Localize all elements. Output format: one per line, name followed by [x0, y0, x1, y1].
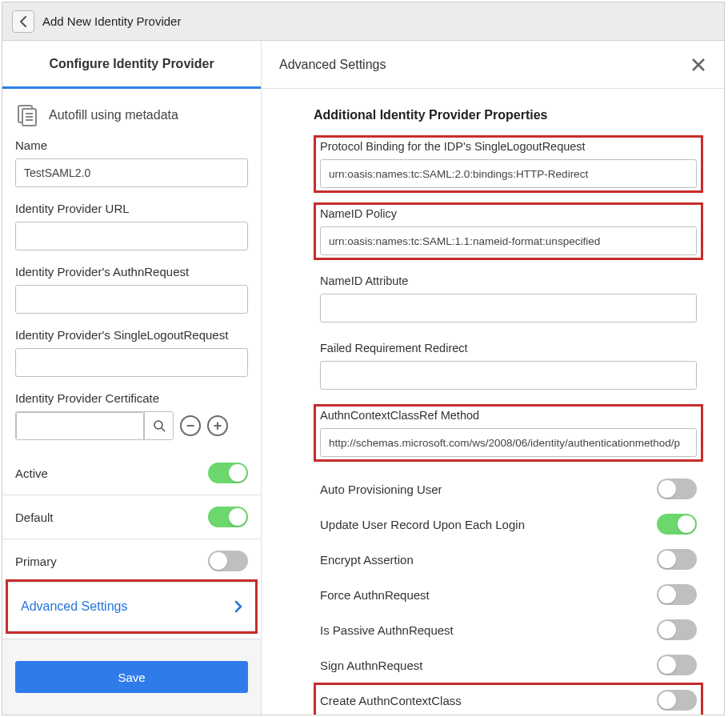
- label-failed-redirect: Failed Requirement Redirect: [320, 342, 697, 354]
- autofill-label: Autofill using metadata: [49, 108, 178, 122]
- svg-point-5: [154, 421, 162, 429]
- input-authn-request[interactable]: [15, 285, 248, 314]
- search-icon: [153, 419, 166, 432]
- switch-create-ctx-row: Create AuthnContextClass: [314, 683, 703, 715]
- switch-sign-authn-label: Sign AuthnRequest: [320, 659, 422, 672]
- switch-primary-label: Primary: [15, 555, 57, 568]
- divider: [2, 495, 261, 495]
- switch-sign-authn-row: Sign AuthnRequest: [314, 647, 703, 683]
- certificate-search-button[interactable]: [144, 412, 173, 439]
- right-panel-header: Advanced Settings: [262, 41, 724, 89]
- right-panel-body: Additional Identity Provider Properties …: [262, 89, 724, 715]
- left-panel: Configure Identity Provider Autofill usi…: [2, 41, 262, 715]
- switch-force-authn[interactable]: [657, 584, 697, 605]
- switch-force-authn-label: Force AuthnRequest: [320, 588, 430, 602]
- label-authn-ctx-method: AuthnContextClassRef Method: [320, 409, 697, 422]
- field-certificate: Identity Provider Certificate − +: [15, 391, 248, 440]
- label-authn-request: Identity Provider's AuthnRequest: [15, 265, 248, 278]
- advanced-settings-row[interactable]: Advanced Settings: [8, 582, 255, 631]
- switch-active-row: Active: [15, 455, 248, 491]
- label-idp-url: Identity Provider URL: [15, 202, 248, 215]
- divider: [2, 539, 261, 539]
- switch-encrypt[interactable]: [657, 549, 697, 570]
- label-certificate: Identity Provider Certificate: [15, 391, 248, 405]
- left-footer: Save: [2, 639, 261, 715]
- input-slo-request[interactable]: [15, 348, 248, 377]
- page-title: Add New Identity Provider: [42, 14, 181, 28]
- switch-is-passive-row: Is Passive AuthnRequest: [314, 612, 703, 647]
- svg-line-6: [162, 428, 165, 431]
- certificate-input-wrap: [15, 411, 174, 440]
- topbar: Add New Identity Provider: [2, 2, 724, 41]
- switch-active-label: Active: [15, 467, 48, 480]
- input-idp-url[interactable]: [15, 222, 248, 250]
- chevron-left-icon: [19, 16, 27, 27]
- switch-encrypt-row: Encrypt Assertion: [314, 542, 703, 577]
- input-name[interactable]: [15, 158, 248, 187]
- switch-auto-prov[interactable]: [657, 479, 697, 499]
- switch-update-user[interactable]: [657, 514, 697, 535]
- field-nameid-policy: NameID Policy: [314, 202, 703, 260]
- switch-create-ctx-label: Create AuthnContextClass: [320, 694, 462, 707]
- switch-is-passive-label: Is Passive AuthnRequest: [320, 623, 454, 637]
- left-panel-body: Autofill using metadata Name Identity Pr…: [2, 89, 261, 575]
- right-panel: Advanced Settings Additional Identity Pr…: [262, 41, 724, 715]
- main-area: Configure Identity Provider Autofill usi…: [2, 41, 724, 715]
- input-failed-redirect[interactable]: [320, 361, 697, 390]
- switch-default[interactable]: [208, 507, 248, 527]
- document-duplicate-icon: [15, 103, 39, 127]
- field-authn-ctx-method: AuthnContextClassRef Method: [314, 404, 703, 462]
- field-failed-redirect: Failed Requirement Redirect: [314, 337, 703, 395]
- field-slo-request: Identity Provider's SingleLogoutRequest: [15, 328, 248, 377]
- switch-force-authn-row: Force AuthnRequest: [314, 577, 703, 612]
- switch-auto-prov-label: Auto Provisioning User: [320, 483, 442, 496]
- field-authn-request: Identity Provider's AuthnRequest: [15, 265, 248, 314]
- add-certificate-button[interactable]: +: [207, 415, 228, 436]
- field-protocol-binding: Protocol Binding for the IDP's SingleLog…: [314, 135, 703, 193]
- left-panel-header: Configure Identity Provider: [2, 41, 261, 89]
- chevron-right-icon: [234, 600, 242, 613]
- close-icon: [690, 57, 706, 73]
- certificate-row: − +: [15, 411, 248, 440]
- advanced-settings-highlight: Advanced Settings: [6, 579, 258, 634]
- input-authn-ctx-method[interactable]: [320, 428, 697, 457]
- back-button[interactable]: [12, 10, 34, 33]
- save-button[interactable]: Save: [15, 661, 248, 693]
- field-nameid-attribute: NameID Attribute: [314, 270, 703, 327]
- field-name: Name: [15, 138, 248, 187]
- advanced-settings-label: Advanced Settings: [21, 599, 127, 614]
- section-title: Additional Identity Provider Properties: [314, 108, 703, 122]
- app-root: Add New Identity Provider Configure Iden…: [2, 2, 725, 715]
- label-name: Name: [15, 138, 248, 152]
- switch-encrypt-label: Encrypt Assertion: [320, 553, 414, 567]
- label-slo-request: Identity Provider's SingleLogoutRequest: [15, 328, 248, 342]
- switch-default-row: Default: [15, 499, 248, 535]
- switch-create-ctx[interactable]: [657, 690, 697, 711]
- close-button[interactable]: [690, 57, 706, 73]
- switch-update-user-label: Update User Record Upon Each Login: [320, 518, 525, 531]
- remove-certificate-button[interactable]: −: [180, 415, 201, 436]
- label-protocol-binding: Protocol Binding for the IDP's SingleLog…: [320, 140, 697, 153]
- switch-update-user-row: Update User Record Upon Each Login: [314, 507, 703, 542]
- right-panel-title: Advanced Settings: [279, 58, 386, 72]
- input-certificate[interactable]: [16, 412, 144, 440]
- minus-icon: −: [186, 419, 195, 433]
- autofill-row[interactable]: Autofill using metadata: [15, 103, 248, 127]
- field-idp-url: Identity Provider URL: [15, 202, 248, 250]
- switch-active[interactable]: [208, 463, 248, 483]
- switch-primary-row: Primary: [15, 543, 248, 575]
- input-nameid-policy[interactable]: [320, 226, 697, 255]
- switch-is-passive[interactable]: [657, 619, 697, 640]
- label-nameid-policy: NameID Policy: [320, 207, 697, 220]
- input-protocol-binding[interactable]: [320, 159, 697, 188]
- plus-icon: +: [214, 419, 222, 433]
- input-nameid-attribute[interactable]: [320, 294, 697, 322]
- switch-auto-prov-row: Auto Provisioning User: [314, 471, 703, 507]
- switch-sign-authn[interactable]: [657, 655, 697, 675]
- switch-primary[interactable]: [208, 551, 248, 571]
- switch-default-label: Default: [15, 511, 54, 524]
- label-nameid-attribute: NameID Attribute: [320, 274, 697, 287]
